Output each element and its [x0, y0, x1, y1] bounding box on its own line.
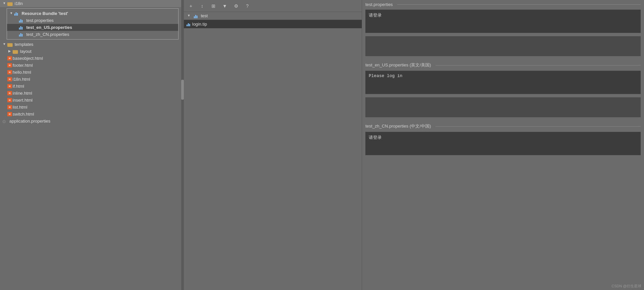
- folder-icon-layout: [13, 49, 19, 54]
- html-icon-baseobject: H: [7, 56, 12, 60]
- tree-label-list: list.html: [13, 105, 27, 110]
- help-icon: ?: [246, 3, 249, 9]
- help-button[interactable]: ?: [243, 2, 252, 10]
- section-header-test-properties: test.properties: [362, 0, 644, 9]
- toolbar: + ↕ ⊞ ▼ ⚙ ?: [184, 0, 362, 12]
- sort-button[interactable]: ↕: [198, 2, 206, 10]
- right-panel: test.properties 请登录 test_en_US.propertie…: [362, 0, 644, 290]
- section-title-test-zh-cn: test_zh_CN.properties (中文/中国): [365, 123, 431, 129]
- html-icon-list: H: [7, 105, 12, 109]
- tree-label-i18n-html: i18n.html: [13, 77, 30, 82]
- settings-icon: ⚙: [234, 3, 238, 9]
- html-icon-switch: H: [7, 112, 12, 116]
- html-icon-i18n: H: [7, 77, 12, 81]
- key-row-icon-login-tip: [187, 22, 190, 26]
- arrow-layout: [7, 49, 12, 54]
- tree-item-baseobject[interactable]: H baseobject.html: [0, 55, 181, 62]
- tree-label-switch: switch.html: [13, 112, 34, 117]
- sort-icon: ↕: [201, 3, 203, 9]
- html-icon-insert: H: [7, 98, 12, 102]
- tree-item-test-properties[interactable]: test.properties: [7, 17, 178, 24]
- section-title-test-properties: test.properties: [365, 2, 393, 7]
- key-table-header: test: [184, 12, 362, 20]
- tree-item-i18n[interactable]: i18n: [0, 0, 181, 7]
- tree-item-hello[interactable]: H hello.html: [0, 69, 181, 76]
- tree-item-templates[interactable]: templates: [0, 41, 181, 48]
- tree-item-i18n-html[interactable]: H i18n.html: [0, 76, 181, 83]
- drop-icon: ▼: [222, 3, 227, 9]
- tree-label-hello: hello.html: [13, 70, 31, 75]
- value-text-test-zh-cn: 请登录: [369, 135, 382, 140]
- tree-item-test-zh-cn[interactable]: test_zh_CN.properties: [7, 31, 178, 38]
- html-icon-if: H: [7, 84, 12, 88]
- folder-icon-templates: [7, 42, 13, 47]
- resource-bundle-box: Resource Bundle 'test' test.properties t…: [7, 8, 179, 40]
- html-icon-hello: H: [7, 70, 12, 74]
- resource-bundle-icon: [14, 11, 20, 16]
- props-icon-zh-cn: [19, 32, 25, 37]
- tree-label-app-properties: application.properties: [9, 119, 51, 124]
- section-title-test-en-us: test_en_US.properties (英文/美国): [365, 62, 431, 68]
- section-test-zh-cn: test_zh_CN.properties (中文/中国) 请登录: [362, 121, 644, 158]
- tree-item-footer[interactable]: H footer.html: [0, 62, 181, 69]
- section-extra-test-en-us: [365, 97, 641, 117]
- tree-label-insert: insert.html: [13, 98, 33, 103]
- settings-button[interactable]: ⚙: [232, 2, 240, 10]
- tree-label-templates: templates: [15, 42, 33, 47]
- arrow-test-header: [187, 14, 191, 18]
- tree-label-baseobject: baseobject.html: [13, 56, 43, 61]
- tree-item-list[interactable]: H list.html: [0, 104, 181, 111]
- props-icon-test: [19, 18, 25, 23]
- tree-item-layout[interactable]: layout: [0, 48, 181, 55]
- tree-label-test-en-us: test_en_US.properties: [26, 25, 72, 30]
- scrollbar-thumb[interactable]: [181, 80, 184, 100]
- file-tree-panel: i18n Resource Bundle 'test' test.propert…: [0, 0, 181, 290]
- props-icon-en-us: [19, 25, 25, 30]
- tree-label-i18n: i18n: [15, 1, 23, 6]
- tree-label-resource-bundle: Resource Bundle 'test': [22, 11, 68, 16]
- section-header-test-zh-cn: test_zh_CN.properties (中文/中国): [362, 121, 644, 131]
- key-row-login-tip[interactable]: login.tip: [184, 20, 362, 28]
- tree-item-insert[interactable]: H insert.html: [0, 97, 181, 104]
- add-button[interactable]: +: [187, 2, 195, 10]
- arrow-templates: [2, 42, 7, 47]
- section-value-test-zh-cn[interactable]: 请登录: [365, 132, 641, 155]
- table-icon: ⊞: [211, 3, 215, 9]
- watermark: CSDN @衍生星球: [612, 284, 641, 289]
- value-text-test-en-us: Please log in: [369, 73, 402, 78]
- section-header-test-en-us: test_en_US.properties (英文/美国): [362, 60, 644, 70]
- tree-item-switch[interactable]: H switch.html: [0, 111, 181, 118]
- arrow-resource-bundle: [9, 11, 14, 16]
- tree-item-app-properties[interactable]: ⚙ application.properties: [0, 118, 181, 125]
- tree-label-test-properties: test.properties: [26, 18, 54, 23]
- tree-label-footer: footer.html: [13, 63, 33, 68]
- tree-item-inline[interactable]: H inline.html: [0, 90, 181, 97]
- add-icon: +: [190, 3, 192, 9]
- section-value-test-properties[interactable]: 请登录: [365, 10, 641, 33]
- tree-label-test-zh-cn: test_zh_CN.properties: [26, 32, 69, 37]
- section-value-test-en-us[interactable]: Please log in: [365, 71, 641, 94]
- header-resource-icon: [194, 14, 197, 18]
- table-button[interactable]: ⊞: [209, 2, 218, 10]
- tree-label-if: if.html: [13, 84, 24, 89]
- drop-button[interactable]: ▼: [220, 2, 229, 10]
- header-test-label: test: [201, 13, 208, 18]
- app-properties-icon: ⚙: [2, 119, 8, 124]
- tree-item-if[interactable]: H if.html: [0, 83, 181, 90]
- arrow-i18n: [2, 1, 7, 6]
- middle-panel: + ↕ ⊞ ▼ ⚙ ? test login.tip: [184, 0, 362, 290]
- folder-icon-i18n: [7, 1, 13, 6]
- value-text-test-properties: 请登录: [369, 13, 382, 18]
- key-row-label-login-tip: login.tip: [192, 22, 207, 27]
- html-icon-footer: H: [7, 63, 12, 67]
- tree-label-layout: layout: [20, 49, 32, 54]
- tree-item-test-en-us[interactable]: test_en_US.properties: [7, 24, 178, 31]
- left-panel-scrollbar[interactable]: [181, 0, 184, 290]
- section-test-en-us: test_en_US.properties (英文/美国) Please log…: [362, 60, 644, 121]
- html-icon-inline: H: [7, 91, 12, 95]
- tree-item-resource-bundle[interactable]: Resource Bundle 'test': [7, 10, 178, 17]
- section-extra-test-properties: [365, 36, 641, 56]
- tree-label-inline: inline.html: [13, 91, 32, 96]
- section-test-properties: test.properties 请登录: [362, 0, 644, 60]
